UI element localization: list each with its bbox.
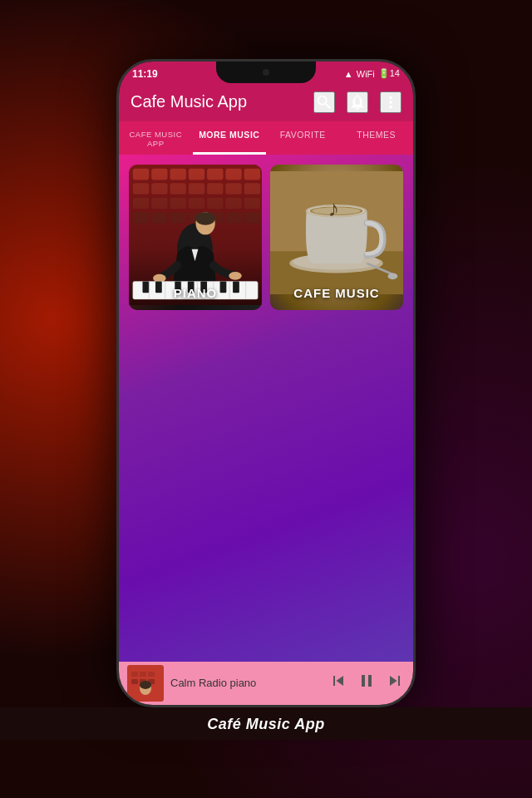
svg-rect-67: [131, 679, 138, 684]
bottom-player: Calm Radio piano: [119, 662, 413, 705]
svg-rect-65: [140, 672, 146, 677]
more-button[interactable]: [380, 91, 401, 113]
piano-card[interactable]: PIANO: [129, 165, 262, 310]
alarm-button[interactable]: [347, 91, 368, 113]
wifi-icon: WiFi: [357, 69, 375, 79]
player-title: Calm Radio piano: [170, 677, 322, 689]
signal-icon: ▲: [344, 69, 353, 79]
notch: [216, 62, 316, 83]
player-thumbnail: [127, 665, 164, 702]
piano-label: PIANO: [129, 286, 262, 300]
app-bar: Cafe Music App: [119, 85, 413, 121]
footer-label: Café Music App: [0, 707, 532, 740]
main-content: PIANO: [119, 155, 413, 662]
svg-rect-64: [131, 672, 138, 677]
svg-point-33: [153, 273, 166, 282]
tab-themes[interactable]: THEMES: [340, 121, 414, 155]
app-bar-icons: [313, 91, 401, 113]
tab-bar: CAFE MUSICAPP MORE MUSIC FAVORITE THEMES: [119, 121, 413, 155]
app-title: Cafe Music App: [131, 92, 247, 111]
theater-bg: [129, 165, 262, 306]
svg-rect-66: [148, 672, 155, 677]
status-icons: ▲ WiFi 🔋14: [344, 68, 400, 79]
tab-more-music[interactable]: MORE MUSIC: [193, 121, 267, 155]
next-button[interactable]: [385, 671, 405, 696]
svg-point-71: [140, 681, 151, 689]
pause-button[interactable]: [357, 671, 377, 696]
player-controls: [328, 671, 405, 696]
cafe-cup-illustration: ♪: [270, 171, 403, 295]
svg-point-32: [195, 212, 214, 225]
phone-frame: 11:19 ▲ WiFi 🔋14 Cafe Music App CAFE MUS…: [116, 59, 416, 707]
status-time: 11:19: [132, 68, 158, 80]
search-button[interactable]: [313, 91, 335, 113]
tab-cafe-music-app[interactable]: CAFE MUSICAPP: [119, 121, 193, 155]
prev-button[interactable]: [328, 671, 348, 696]
tab-favorite[interactable]: FAVORITE: [266, 121, 340, 155]
battery-icon: 🔋14: [378, 68, 400, 79]
cafe-music-card[interactable]: ♪ CAFE MUSIC: [270, 165, 403, 310]
cafe-music-label: CAFE MUSIC: [270, 286, 403, 300]
front-camera: [263, 69, 269, 76]
svg-point-34: [229, 271, 242, 279]
svg-rect-62: [270, 171, 403, 295]
